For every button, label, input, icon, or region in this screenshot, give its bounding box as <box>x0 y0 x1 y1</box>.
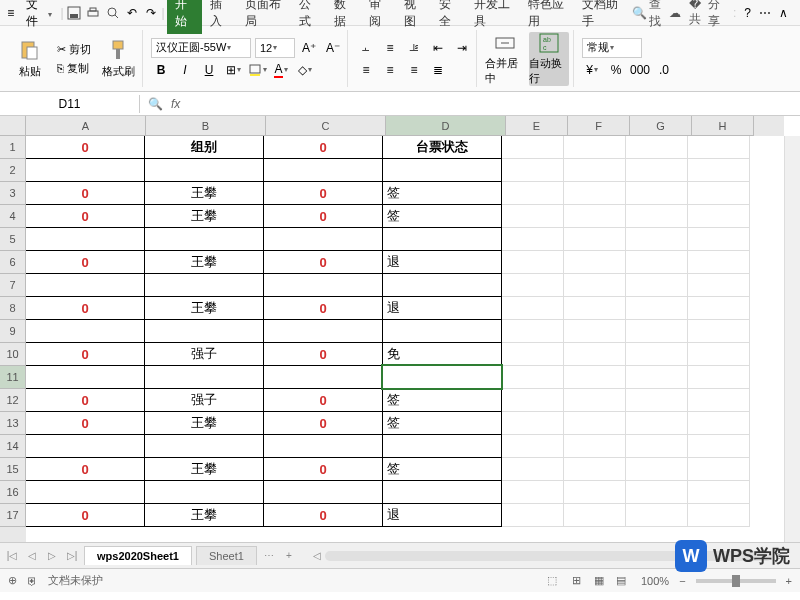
sheet-more-icon[interactable]: ⋯ <box>261 548 277 564</box>
row-header-9[interactable]: 9 <box>0 320 26 343</box>
share-button[interactable]: �共分享 <box>689 0 725 30</box>
cell[interactable] <box>26 158 145 182</box>
file-menu[interactable]: 文件 <box>20 0 59 32</box>
fill-color-button[interactable] <box>247 60 267 80</box>
cell[interactable] <box>564 159 626 182</box>
cell[interactable]: 0 <box>26 136 145 159</box>
cell[interactable] <box>564 343 626 366</box>
cell[interactable]: 0 <box>263 296 383 320</box>
cell[interactable] <box>564 136 626 159</box>
cloud-icon[interactable]: ☁ <box>669 6 681 20</box>
cell[interactable] <box>502 504 564 527</box>
col-header-H[interactable]: H <box>692 116 754 136</box>
row-header-3[interactable]: 3 <box>0 182 26 205</box>
page-layout-icon[interactable]: ▦ <box>589 572 609 590</box>
cell[interactable] <box>688 251 750 274</box>
col-header-A[interactable]: A <box>26 116 146 136</box>
align-bottom-icon[interactable]: ⫡ <box>404 38 424 58</box>
cell[interactable] <box>564 320 626 343</box>
add-sheet-icon[interactable]: + <box>281 548 297 564</box>
zoom-level[interactable]: 100% <box>641 575 669 587</box>
cell[interactable]: 王攀 <box>144 250 264 274</box>
cell[interactable] <box>502 320 564 343</box>
zoom-in-icon[interactable]: + <box>786 575 792 587</box>
cell[interactable] <box>688 366 750 389</box>
horizontal-scrollbar[interactable] <box>325 551 772 561</box>
cell[interactable]: 强子 <box>144 388 264 412</box>
decrease-font-icon[interactable]: A⁻ <box>323 38 343 58</box>
cell[interactable] <box>502 481 564 504</box>
cell[interactable] <box>144 227 264 251</box>
italic-button[interactable]: I <box>175 60 195 80</box>
cell[interactable] <box>688 481 750 504</box>
cell[interactable] <box>688 389 750 412</box>
col-header-C[interactable]: C <box>266 116 386 136</box>
cell[interactable] <box>626 251 688 274</box>
cell[interactable] <box>263 480 383 504</box>
row-header-17[interactable]: 17 <box>0 504 26 527</box>
cell[interactable]: 退 <box>382 503 502 527</box>
tab-doc-help[interactable]: 文档助手 <box>574 0 628 34</box>
cell[interactable]: 0 <box>26 503 145 527</box>
cell[interactable] <box>26 365 145 389</box>
cell[interactable]: 0 <box>26 457 145 481</box>
copy-button[interactable]: ⎘复制 <box>54 60 94 77</box>
cell[interactable]: 0 <box>263 503 383 527</box>
col-header-B[interactable]: B <box>146 116 266 136</box>
cell[interactable] <box>502 458 564 481</box>
col-header-E[interactable]: E <box>506 116 568 136</box>
collapse-icon[interactable]: ∧ <box>779 6 788 20</box>
more-icon[interactable]: ⋯ <box>759 6 771 20</box>
percent-icon[interactable]: % <box>606 60 626 80</box>
row-header-12[interactable]: 12 <box>0 389 26 412</box>
number-format-select[interactable]: 常规 <box>582 38 642 58</box>
tab-special[interactable]: 特色应用 <box>520 0 574 34</box>
cell[interactable]: 0 <box>26 250 145 274</box>
col-header-D[interactable]: D <box>386 116 506 136</box>
col-header-F[interactable]: F <box>568 116 630 136</box>
cell[interactable] <box>382 319 502 343</box>
border-button[interactable]: ⊞ <box>223 60 243 80</box>
cell[interactable] <box>626 412 688 435</box>
cell[interactable] <box>502 251 564 274</box>
highlight-button[interactable]: ◇ <box>295 60 315 80</box>
cell[interactable] <box>26 227 145 251</box>
cell[interactable] <box>688 228 750 251</box>
row-header-5[interactable]: 5 <box>0 228 26 251</box>
font-color-button[interactable]: A <box>271 60 291 80</box>
underline-button[interactable]: U <box>199 60 219 80</box>
cell[interactable]: 0 <box>26 388 145 412</box>
cell[interactable]: 签 <box>382 457 502 481</box>
cell[interactable] <box>382 365 502 389</box>
cell[interactable] <box>688 320 750 343</box>
sheet-tab-other[interactable]: Sheet1 <box>196 546 257 565</box>
cell[interactable]: 签 <box>382 388 502 412</box>
tab-security[interactable]: 安全 <box>431 0 466 34</box>
indent-decrease-icon[interactable]: ⇤ <box>428 38 448 58</box>
cell[interactable] <box>688 182 750 205</box>
cell[interactable] <box>502 228 564 251</box>
save-icon[interactable] <box>66 3 83 23</box>
cell[interactable] <box>382 480 502 504</box>
cell[interactable] <box>564 458 626 481</box>
cell[interactable] <box>144 480 264 504</box>
cell[interactable] <box>144 434 264 458</box>
cell[interactable]: 0 <box>26 204 145 228</box>
cell[interactable] <box>626 320 688 343</box>
layout-icon[interactable]: ⬚ <box>547 574 557 587</box>
cell[interactable] <box>382 434 502 458</box>
sheet-tab-active[interactable]: wps2020Sheet1 <box>84 546 192 565</box>
indent-increase-icon[interactable]: ⇥ <box>452 38 472 58</box>
align-left-icon[interactable]: ≡ <box>356 60 376 80</box>
align-middle-icon[interactable]: ≡ <box>380 38 400 58</box>
cell[interactable] <box>564 297 626 320</box>
paste-button[interactable]: 粘贴 <box>10 32 50 86</box>
cell[interactable] <box>382 158 502 182</box>
tab-formula[interactable]: 公式 <box>291 0 326 34</box>
tab-insert[interactable]: 插入 <box>202 0 237 34</box>
options-icon[interactable]: ⊕ <box>8 574 17 587</box>
cell[interactable] <box>26 319 145 343</box>
cell[interactable]: 台票状态 <box>382 136 502 159</box>
cell[interactable]: 0 <box>263 181 383 205</box>
cell[interactable] <box>626 228 688 251</box>
